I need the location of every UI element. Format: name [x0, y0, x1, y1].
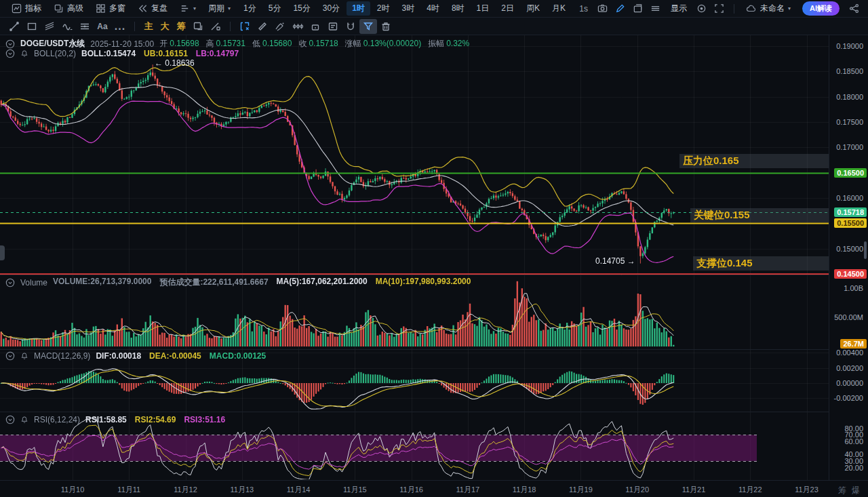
grid-icon [96, 3, 106, 14]
share-icon[interactable] [845, 1, 863, 16]
screenshot-camera-icon[interactable] [594, 1, 612, 16]
chips-toggle[interactable]: 筹 [173, 19, 189, 34]
alert-bell-icon[interactable] [20, 352, 28, 360]
list-settings-icon[interactable] [647, 1, 665, 16]
sidebar-collapse-handle[interactable] [0, 245, 5, 260]
alert-bell-icon[interactable] [20, 416, 28, 424]
tab-timeframe-3时[interactable]: 3时 [397, 1, 420, 16]
chips-axis-button[interactable]: 筹 [838, 485, 846, 496]
legend-value: MA(5):167,062,201.2000 [277, 277, 368, 288]
tab-timeframe-4时[interactable]: 4时 [421, 1, 445, 16]
liquidation-axis-button[interactable]: 爆 [852, 485, 860, 496]
volume-profile-icon [180, 3, 190, 14]
y-axis-label: 0.00200 [836, 364, 863, 372]
indicators-button[interactable]: 指标 [5, 3, 47, 14]
legend-value: RSI3:51.16 [184, 415, 225, 424]
tab-timeframe-2日[interactable]: 2日 [496, 1, 519, 16]
high-price-marker: ← 0.18636 [155, 58, 195, 68]
indicator-name: BOLL(20,2) [34, 49, 76, 58]
drawing-toolbar: Aa ... 主 大 筹 [0, 18, 868, 35]
tab-timeframe-1时[interactable]: 1时 [347, 1, 370, 16]
indicator-name: RSI(6,12,24) [34, 415, 80, 424]
tab-timeframe-2时[interactable]: 2时 [372, 1, 395, 16]
support-level-label[interactable]: 支撑位0.145 [693, 256, 829, 271]
edit-pencil-icon[interactable] [612, 1, 629, 16]
key-level-label[interactable]: 关键位0.155 [690, 208, 829, 222]
tab-timeframe-周K[interactable]: 周K [521, 1, 545, 16]
add-pane-icon[interactable] [629, 1, 647, 16]
chevron-down-icon: ▾ [193, 6, 196, 12]
x-axis-label: 11月12 [174, 485, 197, 495]
price-badge: 0.14500 [834, 269, 867, 279]
refresh-tool-icon[interactable] [189, 19, 207, 34]
period-dropdown[interactable]: 周期 ▾ [202, 3, 237, 14]
tab-timeframe-1日[interactable]: 1日 [471, 1, 495, 16]
candle-pattern-tool-icon[interactable] [289, 19, 307, 34]
resistance-level-label[interactable]: 压力位0.165 [679, 154, 829, 168]
more-tools-icon[interactable]: ... [111, 19, 129, 34]
main-chart-toggle[interactable]: 主 [140, 19, 157, 34]
replay-button[interactable]: 复盘 [132, 3, 174, 14]
tab-timeframe-1分[interactable]: 1分 [238, 1, 262, 16]
ohlc-values: 开0.15698高0.15731低0.15680收0.15718涨幅0.13%(… [159, 38, 469, 49]
fullscreen-icon[interactable] [711, 1, 728, 16]
trendline-tool-icon[interactable] [5, 19, 23, 34]
text-tool-icon[interactable]: Aa [94, 19, 111, 34]
price-badge: 0.15500 [834, 218, 867, 228]
indicator-name: MACD(12,26,9) [34, 351, 90, 361]
measure-tool-icon[interactable] [254, 19, 271, 34]
speed-button[interactable]: 1s [573, 4, 594, 14]
display-button[interactable]: 显示 [665, 3, 693, 14]
chart-type-dropdown[interactable]: ▾ [174, 3, 202, 14]
tab-timeframe-5分[interactable]: 5分 [263, 1, 287, 16]
tab-timeframe-30分[interactable]: 30分 [317, 1, 345, 16]
collapse-chevron-icon[interactable] [5, 278, 15, 287]
ai-analysis-button[interactable]: AI解读 [802, 1, 840, 16]
collapse-chevron-icon[interactable] [5, 49, 15, 58]
price-axis[interactable]: 0.190000.185000.180000.175000.170000.160… [829, 35, 868, 480]
tab-timeframe-8时[interactable]: 8时 [446, 1, 470, 16]
delete-tool-icon[interactable] [377, 19, 395, 34]
collapse-chevron-icon[interactable] [5, 415, 15, 424]
horizontal-lines-tool-icon[interactable] [76, 19, 94, 34]
x-axis-label: 11月19 [569, 485, 593, 495]
x-axis-label: 11月15 [343, 485, 367, 495]
lock-tool-icon[interactable] [307, 19, 324, 34]
collapse-chevron-icon[interactable] [5, 39, 15, 49]
legend-value: VOLUME:26,713,379.0000 [53, 277, 151, 288]
magnet-tool-icon[interactable] [342, 19, 359, 34]
legend-value: BOLL:0.15474 [81, 49, 136, 58]
note-tool-icon[interactable] [324, 19, 342, 34]
rectangle-tool-icon[interactable] [23, 19, 41, 34]
eraser-line-tool-icon[interactable] [207, 19, 224, 34]
top-toolbar: 指标 高级 多窗 复盘 ▾ 周期 ▾ 1分5分15分30分1时2时3时4时8时1… [0, 0, 868, 18]
channel-tool-icon[interactable] [41, 19, 58, 34]
legend-value: DIF:0.00018 [96, 351, 141, 361]
multi-window-button[interactable]: 多窗 [90, 3, 132, 14]
boll-values: BOLL:0.15474UB:0.16151LB:0.14797 [81, 49, 240, 58]
y-axis-label: 0.18000 [836, 93, 863, 101]
large-view-toggle[interactable]: 大 [157, 19, 173, 34]
filter-tool-icon[interactable] [359, 19, 377, 34]
x-axis-label: 11月22 [738, 485, 762, 495]
low-price-marker: 0.14705 → [595, 256, 635, 266]
wave-tool-icon[interactable] [58, 19, 76, 34]
tab-timeframe-15分[interactable]: 15分 [288, 1, 315, 16]
collapse-chevron-icon[interactable] [5, 351, 15, 361]
time-axis[interactable]: 筹 爆 11月1011月1111月1211月1311月1411月1511月161… [0, 480, 868, 497]
x-axis-label: 11月14 [287, 485, 311, 495]
layout-name-dropdown[interactable]: 未命名 ▾ [740, 3, 797, 14]
alert-bell-icon[interactable] [20, 49, 28, 58]
advanced-button[interactable]: 高级 [47, 3, 90, 14]
legend-value: MACD:0.00125 [210, 351, 266, 361]
legend-rsi: RSI(6,12,24) RSI1:58.85RSI2:54.69RSI3:51… [5, 415, 226, 424]
rsi-values: RSI1:58.85RSI2:54.69RSI3:51.16 [85, 415, 226, 424]
select-region-icon[interactable] [236, 19, 254, 34]
legend-value: MA(10):197,980,993.2000 [376, 277, 471, 288]
tab-timeframe-月K[interactable]: 月K [547, 1, 571, 16]
y-axis-label: 1.00B [844, 284, 863, 292]
axis-scrollbar-thumb[interactable] [864, 241, 867, 259]
legend-macd: MACD(12,26,9) DIF:0.00018DEA:-0.00045MAC… [5, 351, 267, 361]
brush-tool-icon[interactable] [271, 19, 289, 34]
target-icon[interactable] [693, 1, 711, 16]
